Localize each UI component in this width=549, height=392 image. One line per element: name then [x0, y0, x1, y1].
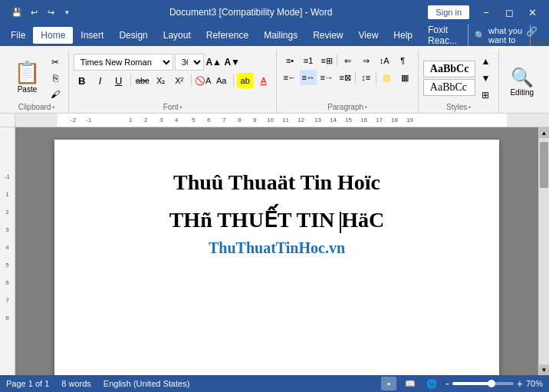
- styles-up[interactable]: ▲: [477, 54, 494, 69]
- format-painter-button[interactable]: 🖌: [47, 87, 64, 102]
- clipboard-secondary: ✂ ⎘ 🖌: [47, 54, 64, 102]
- zoom-minus-btn[interactable]: -: [445, 377, 449, 390]
- menu-mailings[interactable]: Mailings: [256, 27, 305, 44]
- decrease-font-button[interactable]: A▼: [224, 54, 241, 70]
- clear-format-button[interactable]: 🚫A: [195, 73, 212, 88]
- menu-home[interactable]: Home: [33, 27, 73, 44]
- superscript-button[interactable]: X²: [171, 73, 188, 88]
- editing-button[interactable]: 🔍 Editing: [504, 65, 540, 100]
- borders-button[interactable]: ▦: [396, 70, 413, 85]
- language: English (United States): [104, 379, 190, 388]
- bullets-button[interactable]: ≡•: [281, 53, 298, 68]
- font-name-select[interactable]: Times New Roman: [74, 54, 173, 71]
- redo-button[interactable]: ↪: [43, 5, 58, 20]
- print-layout-view[interactable]: ▪: [381, 377, 396, 390]
- undo-button[interactable]: ↩: [26, 5, 41, 20]
- editing-icon: 🔍: [511, 68, 534, 87]
- font-color-button[interactable]: A: [255, 73, 272, 88]
- italic-button[interactable]: I: [92, 73, 109, 88]
- menu-insert[interactable]: Insert: [73, 27, 111, 44]
- paragraph-expand-icon[interactable]: ▪: [365, 104, 367, 110]
- increase-font-button[interactable]: A▲: [205, 54, 222, 70]
- quick-access-toolbar: 💾 ↩ ↪ ▾: [9, 5, 74, 20]
- scroll-down-button[interactable]: ▼: [539, 364, 550, 375]
- document-scroll[interactable]: Thuû Thuaät Tin Hoïc THñ THUẾT TIN HäC T…: [15, 127, 538, 375]
- save-button[interactable]: 💾: [9, 5, 25, 20]
- restore-button[interactable]: ◻: [498, 2, 520, 23]
- increase-indent-button[interactable]: ⇒: [357, 53, 374, 68]
- menu-help[interactable]: Help: [386, 27, 420, 44]
- close-button[interactable]: ✕: [521, 2, 543, 23]
- menu-review[interactable]: Review: [305, 27, 350, 44]
- minimize-button[interactable]: −: [475, 2, 497, 23]
- menu-bar: File Home Insert Design Layout Reference…: [0, 25, 549, 46]
- window-title: Document3 [Compatibility Mode] - Word: [74, 7, 428, 18]
- no-spacing-style[interactable]: AaBbCc: [423, 79, 476, 96]
- change-case-button[interactable]: Aa: [213, 73, 230, 88]
- menu-view[interactable]: View: [351, 27, 386, 44]
- editing-label: Editing: [510, 88, 534, 97]
- font-divider2: [191, 74, 192, 87]
- doc-line2-part2: HäC: [341, 208, 384, 232]
- underline-button[interactable]: U: [110, 73, 127, 88]
- sort-button[interactable]: ↕A: [376, 53, 393, 68]
- normal-style[interactable]: AaBbCc: [423, 61, 476, 77]
- align-center-button[interactable]: ≡↔: [300, 70, 317, 85]
- strikethrough-button[interactable]: abc: [134, 73, 151, 88]
- font-label: Font ▪: [74, 103, 271, 113]
- ruler-area: -2 -1 1 2 3 4 5 6 7 8 9 10 11 12 13 14 1…: [0, 114, 549, 127]
- font-expand-icon[interactable]: ▪: [180, 104, 182, 110]
- menu-file[interactable]: File: [3, 27, 33, 44]
- menu-design[interactable]: Design: [111, 27, 155, 44]
- doc-line-2: THñ THUẾT TIN HäC: [100, 207, 453, 233]
- highlight-button[interactable]: ab: [237, 73, 254, 88]
- cut-button[interactable]: ✂: [47, 54, 64, 70]
- decrease-indent-button[interactable]: ⇐: [339, 53, 356, 68]
- zoom-thumb[interactable]: [488, 380, 495, 387]
- editing-label-bar: [504, 111, 540, 113]
- paragraph-group: ≡• ≡1 ≡⊞ ⇐ ⇒ ↕A ¶ ≡← ≡↔ ≡→ ≡⊠ ↕≡ ▨ ▦: [277, 50, 419, 113]
- subscript-button[interactable]: X₂: [153, 73, 169, 88]
- title-bar: 💾 ↩ ↪ ▾ Document3 [Compatibility Mode] -…: [0, 0, 549, 25]
- para-divider3: [376, 71, 376, 84]
- zoom-plus-btn[interactable]: +: [517, 377, 523, 390]
- share-button[interactable]: 🔗 Share: [531, 29, 546, 44]
- font-size-select[interactable]: 36: [175, 54, 204, 71]
- multilevel-button[interactable]: ≡⊞: [318, 53, 335, 68]
- styles-expand-icon[interactable]: ▪: [468, 104, 471, 110]
- line-spacing-button[interactable]: ↕≡: [357, 70, 374, 85]
- menu-foxit[interactable]: Foxit Reac...: [420, 21, 465, 49]
- read-mode-view[interactable]: 📖: [403, 377, 418, 390]
- search-icon: 🔍: [475, 31, 485, 41]
- copy-button[interactable]: ⎘: [47, 71, 64, 86]
- signin-button[interactable]: Sign in: [428, 5, 469, 19]
- bold-button[interactable]: B: [74, 73, 90, 88]
- styles-expand[interactable]: ⊞: [477, 87, 494, 103]
- status-right: ▪ 📖 🌐 - + 70%: [381, 377, 543, 390]
- shading-button[interactable]: ▨: [378, 70, 395, 85]
- vertical-scrollbar[interactable]: ▲ ▼: [538, 127, 549, 375]
- show-marks-button[interactable]: ¶: [394, 53, 411, 68]
- font-divider: [130, 74, 131, 87]
- scroll-up-button[interactable]: ▲: [539, 127, 550, 138]
- menu-reference[interactable]: Reference: [199, 27, 256, 44]
- align-left-button[interactable]: ≡←: [281, 70, 298, 85]
- scroll-thumb[interactable]: [540, 142, 548, 188]
- customize-quick-access[interactable]: ▾: [60, 5, 74, 19]
- numbering-button[interactable]: ≡1: [300, 53, 317, 68]
- zoom-slider[interactable]: [452, 382, 514, 385]
- styles-down[interactable]: ▼: [477, 71, 494, 86]
- styles-content: AaBbCc AaBbCc ▲ ▼ ⊞: [423, 51, 495, 103]
- menu-layout[interactable]: Layout: [156, 27, 199, 44]
- font-divider3: [233, 74, 234, 87]
- paste-button[interactable]: 📋 Paste: [9, 59, 45, 97]
- font-row-2: B I U abc X₂ X² 🚫A Aa ab A: [74, 73, 272, 88]
- justify-button[interactable]: ≡⊠: [337, 70, 353, 85]
- para-row-2: ≡← ≡↔ ≡→ ≡⊠ ↕≡ ▨ ▦: [281, 70, 413, 85]
- paragraph-label: Paragraph ▪: [281, 103, 413, 113]
- clipboard-expand-icon[interactable]: ▪: [52, 104, 54, 110]
- font-content: Times New Roman 36 A▲ A▼ B I U abc X₂ X²…: [74, 51, 272, 88]
- align-right-button[interactable]: ≡→: [318, 70, 335, 85]
- web-layout-view[interactable]: 🌐: [424, 377, 439, 390]
- vertical-ruler-ticks: -1 1 2 3 4 5 6 7 8: [0, 127, 15, 375]
